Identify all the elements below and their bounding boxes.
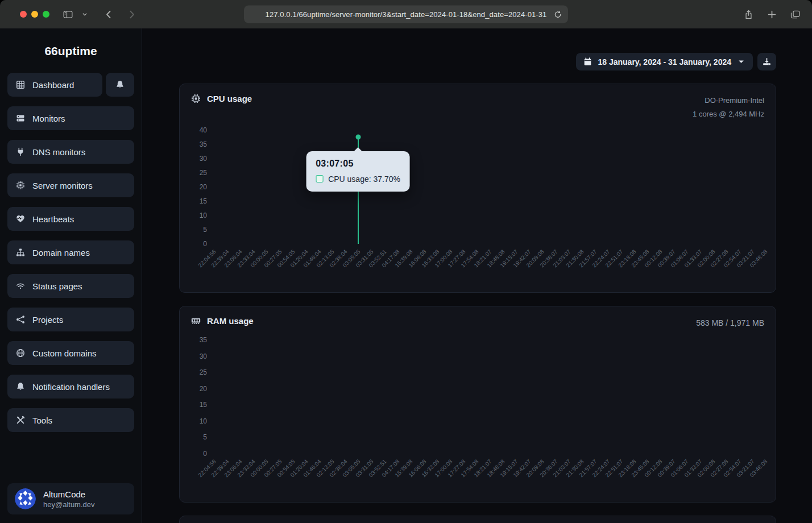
download-icon [763, 57, 771, 66]
cpu-chart-plot[interactable]: 03:07:05 CPU usage: 37.70% [213, 130, 764, 244]
nav-row: Tools [7, 408, 134, 432]
grid-icon [15, 80, 25, 90]
dashboard-notifications-button[interactable] [106, 73, 134, 97]
share-icon[interactable] [743, 9, 754, 20]
address-bar[interactable]: 127.0.0.1/66uptime/server-monitor/3&star… [244, 6, 568, 23]
user-name: AltumCode [43, 489, 95, 499]
sidebar-item-label: Server monitors [32, 181, 93, 190]
server-icon [15, 114, 25, 123]
nav-row: Projects [7, 308, 134, 331]
sidebar-item-projects[interactable]: Projects [7, 308, 134, 331]
sidebar-item-server-monitors[interactable]: Server monitors [7, 173, 134, 197]
ram-usage-card: RAM usage 583 MB / 1,971 MB 353025201510… [179, 306, 776, 503]
share-nodes-icon [15, 315, 25, 325]
reload-icon[interactable] [552, 9, 564, 20]
nav-row: Server monitors [7, 173, 134, 197]
y-axis-tick: 35 [200, 141, 207, 148]
nav-row: Heartbeats [7, 207, 134, 231]
sidebar-item-domain-names[interactable]: Domain names [7, 240, 134, 264]
series-swatch-icon [316, 175, 323, 182]
nav-row: Status pages [7, 274, 134, 298]
url-text[interactable]: 127.0.0.1/66uptime/server-monitor/3&star… [266, 10, 547, 19]
ram-chart-svg [213, 340, 764, 454]
tab-overview-icon[interactable] [789, 9, 801, 20]
y-axis-tick: 0 [203, 450, 207, 457]
calendar-icon [583, 57, 592, 66]
sidebar-item-label: Dashboard [32, 80, 74, 90]
next-card-partial [179, 516, 776, 523]
sidebar-item-label: Domain names [32, 248, 90, 258]
chip-icon [15, 181, 25, 190]
y-axis-tick: 40 [200, 127, 207, 134]
sidebar-item-custom-domains[interactable]: Custom domains [7, 341, 134, 365]
y-axis-tick: 25 [200, 169, 207, 176]
sidebar-item-status-pages[interactable]: Status pages [7, 274, 134, 298]
y-axis-tick: 30 [200, 155, 207, 162]
page-toolbar: 18 January, 2024 - 31 January, 2024 [179, 53, 776, 70]
cpu-usage-card: CPU usage DO-Premium-Intel 1 cores @ 2,4… [179, 84, 776, 293]
back-icon[interactable] [103, 9, 114, 20]
new-tab-icon[interactable] [766, 9, 777, 20]
cpu-y-axis: 4035302520151050 [191, 127, 213, 247]
ram-x-axis: 22:04:5622:39:0423:06:0423:33:0400:00:05… [191, 455, 764, 496]
card-title: CPU usage [207, 94, 252, 103]
plug-icon [15, 147, 25, 157]
date-range-picker[interactable]: 18 January, 2024 - 31 January, 2024 [576, 53, 753, 70]
sidebar-nav: DashboardMonitorsDNS monitorsServer moni… [0, 73, 142, 476]
browser-window: 127.0.0.1/66uptime/server-monitor/3&star… [0, 0, 812, 523]
y-axis-tick: 30 [200, 353, 207, 360]
y-axis-tick: 10 [200, 418, 207, 425]
bell-icon [15, 382, 25, 392]
window-controls [0, 11, 49, 18]
close-window-button[interactable] [20, 11, 27, 18]
y-axis-tick: 15 [200, 401, 207, 408]
sidebar: 66uptime DashboardMonitorsDNS monitorsSe… [0, 28, 142, 523]
data-point-marker [355, 134, 361, 139]
main-content: 18 January, 2024 - 31 January, 2024 CPU … [142, 28, 812, 523]
sidebar-item-label: Custom domains [32, 348, 97, 358]
y-axis-tick: 35 [200, 337, 207, 343]
wifi-icon [15, 281, 25, 291]
tooltip-time: 03:07:05 [316, 159, 400, 169]
sidebar-item-label: Tools [32, 416, 52, 425]
sidebar-toggle-icon[interactable] [62, 9, 73, 20]
sidebar-item-notification-handlers[interactable]: Notification handlers [7, 375, 134, 399]
sidebar-item-label: Status pages [32, 281, 82, 291]
cpu-x-axis: 22:04:5622:39:0423:06:0423:33:0400:00:05… [191, 246, 764, 287]
user-email: hey@altum.dev [43, 500, 95, 509]
cpu-chip-icon [191, 94, 201, 103]
sidebar-item-heartbeats[interactable]: Heartbeats [7, 207, 134, 231]
sidebar-item-label: Projects [32, 315, 63, 325]
sidebar-item-label: Heartbeats [32, 214, 74, 224]
minimize-window-button[interactable] [31, 11, 38, 18]
y-axis-tick: 15 [200, 198, 207, 205]
export-button[interactable] [757, 53, 776, 70]
card-title: RAM usage [207, 316, 254, 326]
altumcode-avatar [15, 488, 36, 509]
heart-pulse-icon [15, 214, 25, 224]
sidebar-item-label: Notification handlers [32, 382, 110, 392]
bell-icon [115, 80, 125, 90]
nav-row: Custom domains [7, 341, 134, 365]
y-axis-tick: 20 [200, 184, 207, 190]
tab-group-chevron-icon[interactable] [81, 9, 88, 20]
sidebar-item-tools[interactable]: Tools [7, 408, 134, 432]
ram-chart-plot[interactable] [213, 340, 764, 454]
sidebar-item-dashboard[interactable]: Dashboard [7, 73, 102, 97]
tooltip-value: CPU usage: 37.70% [328, 175, 400, 184]
sidebar-item-monitors[interactable]: Monitors [7, 106, 134, 130]
y-axis-tick: 20 [200, 385, 207, 392]
nav-row: Domain names [7, 240, 134, 264]
y-axis-tick: 10 [200, 212, 207, 219]
nav-row: Monitors [7, 106, 134, 130]
sidebar-item-label: DNS monitors [32, 147, 85, 157]
browser-toolbar: 127.0.0.1/66uptime/server-monitor/3&star… [0, 0, 812, 28]
zoom-window-button[interactable] [43, 11, 49, 18]
server-cpu-spec: 1 cores @ 2,494 MHz [693, 107, 764, 121]
cpu-chart-svg [213, 130, 764, 244]
sidebar-item-dns-monitors[interactable]: DNS monitors [7, 140, 134, 164]
nav-row: Notification handlers [7, 375, 134, 399]
y-axis-tick: 5 [203, 226, 207, 233]
user-card[interactable]: AltumCode hey@altum.dev [7, 483, 134, 514]
app-logo[interactable]: 66uptime [0, 44, 142, 58]
